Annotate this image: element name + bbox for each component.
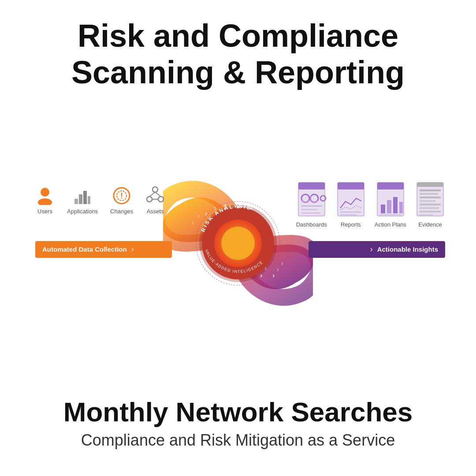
svg-rect-63 [420, 207, 439, 209]
actionable-insights-bar: › Actionable Insights [309, 241, 445, 258]
right-bar-text: Actionable Insights [377, 245, 438, 253]
svg-point-9 [152, 187, 158, 192]
diagram-container: Users Applications [22, 164, 454, 323]
svg-rect-36 [298, 182, 325, 190]
icon-item-applications: Applications [67, 186, 98, 215]
svg-rect-42 [301, 205, 322, 207]
left-bar-text: Automated Data Collection [42, 245, 127, 253]
svg-rect-43 [301, 209, 318, 210]
dashboards-icon [297, 182, 327, 219]
svg-line-12 [149, 192, 155, 197]
svg-text:›: › [192, 219, 194, 226]
svg-point-0 [41, 188, 49, 197]
diagram-section: Users Applications [0, 100, 476, 387]
icon-item-evidence: Evidence [415, 182, 445, 228]
monthly-subtitle: Compliance and Risk Mitigation as a Serv… [26, 431, 450, 450]
evidence-label: Evidence [418, 221, 442, 228]
title-line2: Scanning & Reporting [71, 55, 405, 90]
svg-rect-60 [420, 197, 441, 198]
applications-label: Applications [67, 208, 98, 215]
right-icons: Dashboards Reports [296, 182, 445, 228]
icon-item-users: Users [35, 186, 55, 215]
svg-point-34 [224, 207, 226, 209]
automated-data-collection-bar: Automated Data Collection › [35, 241, 172, 258]
header-section: Risk and Compliance Scanning & Reporting [0, 0, 476, 95]
icon-item-assets: Assets [145, 186, 165, 215]
svg-point-32 [237, 206, 239, 208]
action-plans-label: Action Plans [375, 221, 406, 228]
svg-text:›: › [197, 212, 200, 219]
svg-text:›: › [281, 260, 283, 267]
users-label: Users [37, 208, 52, 215]
footer-section: Monthly Network Searches Compliance and … [0, 387, 476, 476]
title-line1: Risk and Compliance [78, 18, 398, 53]
svg-rect-61 [420, 200, 435, 202]
svg-rect-44 [301, 212, 320, 214]
svg-point-11 [158, 197, 164, 202]
svg-rect-55 [380, 214, 401, 215]
svg-rect-3 [79, 194, 82, 204]
svg-rect-53 [393, 197, 398, 213]
svg-text:›: › [277, 266, 279, 273]
svg-text:!: ! [120, 191, 123, 200]
evidence-icon [415, 182, 445, 219]
svg-rect-58 [420, 190, 441, 191]
svg-rect-64 [420, 211, 441, 212]
svg-rect-62 [420, 204, 441, 205]
action-plans-icon [376, 182, 405, 219]
right-bar-arrow: › [370, 245, 373, 254]
svg-point-10 [147, 197, 152, 202]
applications-icon [73, 186, 92, 205]
svg-point-29 [221, 227, 255, 260]
svg-line-13 [155, 192, 161, 197]
assets-label: Assets [147, 208, 164, 215]
changes-label: Changes [110, 208, 133, 215]
icon-item-dashboards: Dashboards [296, 182, 327, 228]
icon-item-action-plans: Action Plans [375, 182, 406, 228]
page-title: Risk and Compliance Scanning & Reporting [26, 18, 450, 91]
center-swirl: › › › › › › › › › › [163, 168, 313, 318]
svg-point-33 [250, 207, 253, 209]
svg-rect-2 [74, 199, 78, 204]
reports-label: Reports [341, 221, 361, 228]
assets-icon [145, 186, 165, 205]
reports-icon [336, 182, 366, 219]
changes-icon: ! [112, 186, 131, 205]
svg-rect-51 [381, 205, 385, 213]
svg-rect-5 [88, 196, 90, 204]
svg-rect-50 [377, 182, 404, 190]
svg-rect-52 [387, 200, 391, 213]
svg-rect-59 [420, 193, 438, 195]
svg-rect-65 [420, 214, 433, 216]
left-icons: Users Applications [35, 186, 165, 215]
svg-rect-46 [338, 182, 364, 190]
dashboards-label: Dashboards [296, 221, 327, 228]
left-bar-arrow: › [131, 245, 134, 254]
monthly-title: Monthly Network Searches [26, 396, 450, 428]
svg-rect-47 [340, 212, 361, 213]
svg-rect-54 [399, 202, 403, 213]
users-icon [35, 186, 55, 205]
svg-rect-48 [340, 214, 357, 216]
svg-point-1 [38, 198, 52, 205]
svg-text:›: › [272, 271, 275, 279]
icon-item-changes: ! Changes [110, 186, 133, 215]
svg-text:›: › [205, 210, 207, 217]
svg-rect-4 [83, 191, 87, 204]
icon-item-reports: Reports [336, 182, 366, 228]
svg-rect-57 [417, 182, 443, 187]
